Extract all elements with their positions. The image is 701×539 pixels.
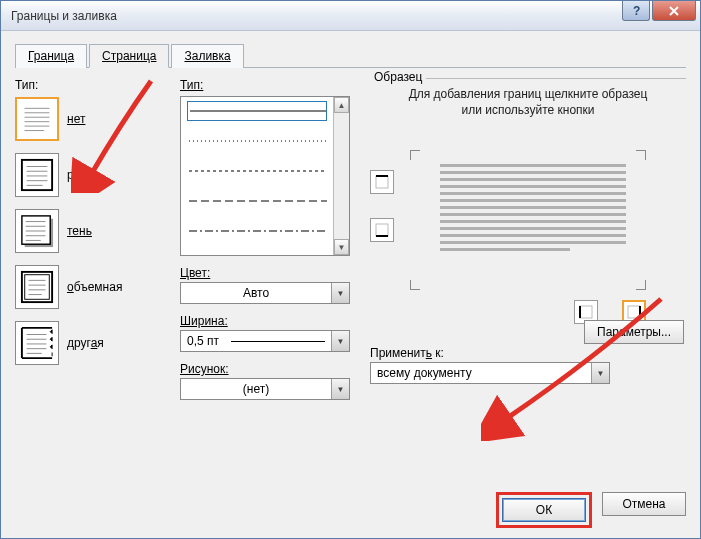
scroll-up-icon[interactable]: ▲ [334, 97, 349, 113]
svg-rect-21 [25, 275, 50, 300]
style-solid[interactable] [187, 101, 327, 121]
width-value: 0,5 пт [181, 334, 225, 348]
titlebar: Границы и заливка ? [1, 1, 700, 31]
setting-shadow-label: тень [67, 224, 92, 238]
chevron-down-icon: ▼ [331, 283, 349, 303]
ok-highlight: ОК [496, 492, 592, 528]
setting-custom-label: другая [67, 336, 104, 350]
setting-3d[interactable]: объемная [15, 264, 170, 310]
border-top-button[interactable] [370, 170, 394, 194]
setting-label: Тип: [15, 78, 170, 92]
setting-custom[interactable]: другая [15, 320, 170, 366]
setting-shadow[interactable]: тень [15, 208, 170, 254]
svg-rect-36 [376, 176, 388, 188]
setting-none[interactable]: нет [15, 96, 170, 142]
setting-3d-label: объемная [67, 280, 122, 294]
apply-label: Применить к: [370, 346, 686, 360]
svg-rect-38 [376, 224, 388, 236]
preview-page-icon [440, 164, 626, 251]
preview-area[interactable] [370, 130, 686, 310]
svg-rect-40 [580, 306, 592, 318]
chevron-down-icon: ▼ [331, 379, 349, 399]
tab-page[interactable]: Страница [89, 44, 169, 68]
borders-shading-dialog: Границы и заливка ? Граница Страница Зал… [0, 0, 701, 539]
width-label: Ширина: [180, 314, 360, 328]
art-value: (нет) [181, 382, 331, 396]
border-bottom-button[interactable] [370, 218, 394, 242]
options-button[interactable]: Параметры... [584, 320, 684, 344]
color-dropdown[interactable]: Авто ▼ [180, 282, 350, 304]
style-dashdot[interactable] [187, 221, 327, 241]
style-dotted[interactable] [187, 131, 327, 151]
style-scrollbar[interactable]: ▲ ▼ [333, 97, 349, 255]
setting-box-label: рамка [67, 168, 101, 182]
setting-custom-icon [15, 321, 59, 365]
apply-value: всему документу [371, 366, 591, 380]
setting-box-icon [15, 153, 59, 197]
scroll-down-icon[interactable]: ▼ [334, 239, 349, 255]
chevron-down-icon: ▼ [331, 331, 349, 351]
width-sample-line [231, 341, 325, 342]
tab-shading[interactable]: Заливка [171, 44, 243, 68]
preview-label: Образец [370, 70, 426, 84]
setting-box[interactable]: рамка [15, 152, 170, 198]
setting-none-icon [15, 97, 59, 141]
help-button[interactable]: ? [622, 1, 650, 21]
color-value: Авто [181, 286, 331, 300]
close-button[interactable] [652, 1, 696, 21]
setting-3d-icon [15, 265, 59, 309]
setting-shadow-icon [15, 209, 59, 253]
setting-none-label: нет [67, 112, 85, 126]
tab-strip: Граница Страница Заливка [15, 43, 686, 68]
svg-rect-42 [628, 306, 640, 318]
style-dashed[interactable] [187, 191, 327, 211]
svg-rect-20 [22, 272, 52, 302]
art-label: Рисунок: [180, 362, 360, 376]
preview-hint: Для добавления границ щелкните образец и… [400, 87, 656, 118]
tab-borders[interactable]: Граница [15, 44, 87, 68]
style-list[interactable]: ▲ ▼ [180, 96, 350, 256]
color-label: Цвет: [180, 266, 360, 280]
svg-text:?: ? [633, 5, 640, 17]
apply-dropdown[interactable]: всему документу ▼ [370, 362, 610, 384]
width-dropdown[interactable]: 0,5 пт ▼ [180, 330, 350, 352]
chevron-down-icon: ▼ [591, 363, 609, 383]
style-dashed-fine[interactable] [187, 161, 327, 181]
cancel-button[interactable]: Отмена [602, 492, 686, 516]
style-label: Тип: [180, 78, 360, 92]
art-dropdown[interactable]: (нет) ▼ [180, 378, 350, 400]
window-title: Границы и заливка [11, 9, 117, 23]
ok-button[interactable]: ОК [502, 498, 586, 522]
